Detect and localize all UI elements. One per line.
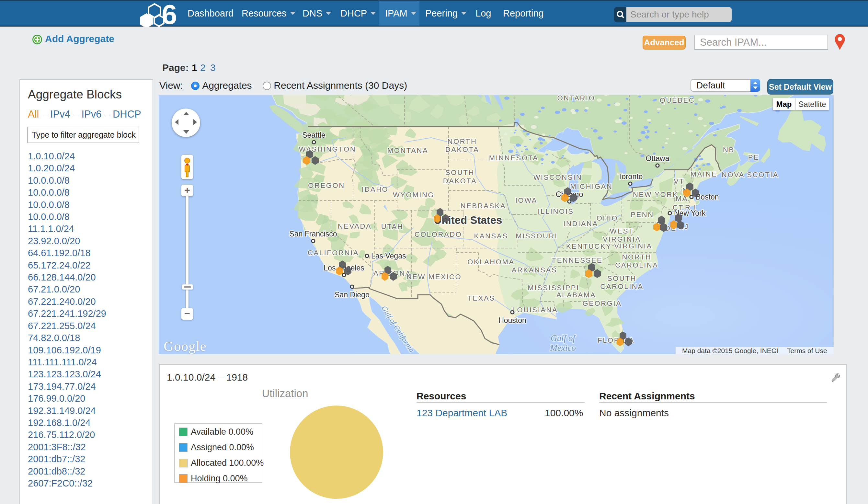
svg-text:LOUISIANA: LOUISIANA — [513, 306, 558, 314]
svg-text:ILLINOIS: ILLINOIS — [538, 207, 574, 215]
svg-text:IOWA: IOWA — [515, 196, 537, 204]
svg-text:QUÉBEC: QUÉBEC — [660, 96, 695, 104]
svg-text:TEXAS: TEXAS — [467, 294, 495, 302]
svg-text:VT: VT — [674, 177, 684, 185]
svg-text:Mexico: Mexico — [550, 343, 576, 353]
svg-text:VIRGINIA: VIRGINIA — [603, 235, 641, 243]
svg-text:CAROLINA: CAROLINA — [615, 261, 658, 269]
svg-text:Toronto: Toronto — [618, 172, 643, 181]
svg-text:NOVA SCOTIA: NOVA SCOTIA — [722, 171, 778, 179]
svg-text:ARKANSAS: ARKANSAS — [512, 266, 557, 274]
svg-text:Seattle: Seattle — [302, 131, 326, 139]
svg-text:PENN: PENN — [631, 210, 654, 219]
svg-text:San Francisco: San Francisco — [289, 230, 337, 238]
svg-text:MISSOURI: MISSOURI — [516, 232, 558, 240]
svg-text:OHIO: OHIO — [597, 214, 618, 222]
svg-text:ONTARIO: ONTARIO — [557, 95, 595, 102]
svg-text:San Diego: San Diego — [334, 290, 369, 299]
svg-text:MAINE: MAINE — [691, 170, 717, 178]
svg-text:Gulf of: Gulf of — [551, 333, 576, 343]
svg-text:DAKOTA: DAKOTA — [443, 177, 477, 185]
svg-text:CALIFORNIA: CALIFORNIA — [308, 249, 359, 257]
svg-text:WYOMING: WYOMING — [393, 191, 434, 199]
svg-text:KANSAS: KANSAS — [474, 232, 508, 240]
svg-text:ALABAMA: ALABAMA — [556, 291, 596, 299]
svg-text:PE: PE — [748, 153, 760, 161]
svg-text:6: 6 — [162, 2, 177, 27]
svg-text:INDIANA: INDIANA — [563, 219, 598, 228]
svg-text:OREGON: OREGON — [308, 182, 344, 189]
svg-text:OKLAHOMA: OKLAHOMA — [467, 258, 515, 266]
svg-text:MINNESOTA: MINNESOTA — [489, 154, 539, 162]
svg-text:WISCONSIN: WISCONSIN — [534, 173, 582, 182]
svg-text:NEVADA: NEVADA — [338, 222, 372, 230]
svg-text:NEW MEXICO: NEW MEXICO — [406, 273, 462, 281]
svg-text:TENNESSEE: TENNESSEE — [552, 256, 603, 264]
svg-text:Houston: Houston — [498, 316, 526, 325]
svg-text:MICHIGAN: MICHIGAN — [570, 182, 613, 191]
svg-text:UTAH: UTAH — [381, 223, 404, 230]
svg-text:SOUTH: SOUTH — [607, 274, 637, 282]
svg-text:COLORADO: COLORADO — [415, 230, 462, 238]
svg-text:Ottawa: Ottawa — [646, 154, 670, 163]
svg-text:Boston: Boston — [696, 193, 719, 201]
svg-text:SOUTH: SOUTH — [445, 168, 475, 176]
svg-text:KENTUCKY: KENTUCKY — [566, 242, 612, 250]
svg-text:WEST: WEST — [610, 227, 634, 235]
svg-text:GEORGIA: GEORGIA — [583, 299, 622, 307]
svg-text:NEBRASKA: NEBRASKA — [461, 202, 506, 210]
svg-text:NORTH: NORTH — [622, 253, 652, 261]
svg-text:CAROLINA: CAROLINA — [600, 282, 643, 290]
svg-text:IDAHO: IDAHO — [362, 185, 389, 193]
svg-text:NB: NB — [723, 146, 735, 154]
svg-text:DAKOTA: DAKOTA — [445, 145, 479, 154]
svg-text:MONTANA: MONTANA — [388, 146, 428, 154]
svg-text:Las Vegas: Las Vegas — [371, 252, 406, 260]
svg-text:NEW YORK: NEW YORK — [633, 191, 678, 198]
svg-text:NORTH: NORTH — [447, 137, 477, 145]
